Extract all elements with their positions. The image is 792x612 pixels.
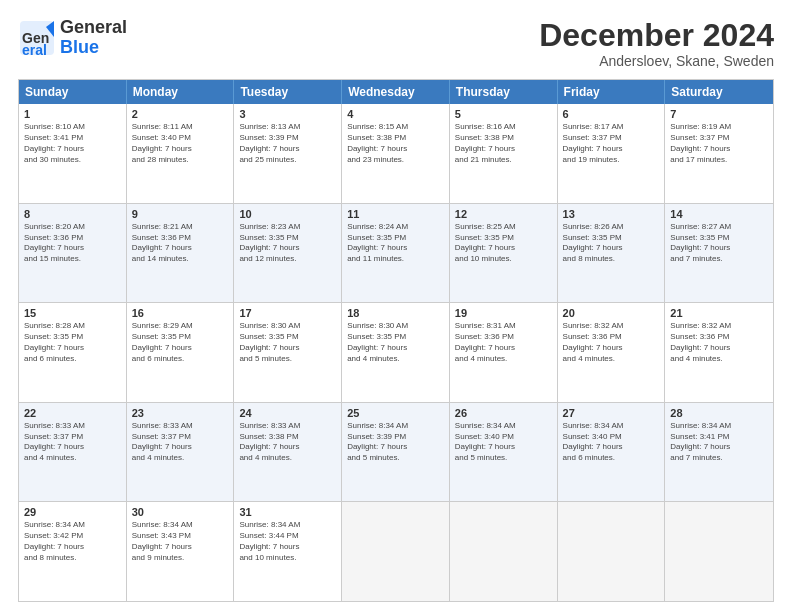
cell-text: Sunrise: 8:27 AM Sunset: 3:35 PM Dayligh… — [670, 222, 768, 265]
calendar-header: Sunday Monday Tuesday Wednesday Thursday… — [19, 80, 773, 104]
cell-text: Sunrise: 8:23 AM Sunset: 3:35 PM Dayligh… — [239, 222, 336, 265]
calendar-row-5: 29Sunrise: 8:34 AM Sunset: 3:42 PM Dayli… — [19, 502, 773, 601]
calendar-cell — [665, 502, 773, 601]
day-number: 15 — [24, 307, 121, 319]
day-number: 27 — [563, 407, 660, 419]
cell-text: Sunrise: 8:19 AM Sunset: 3:37 PM Dayligh… — [670, 122, 768, 165]
svg-text:eral: eral — [22, 42, 47, 57]
day-number: 29 — [24, 506, 121, 518]
day-number: 20 — [563, 307, 660, 319]
cell-text: Sunrise: 8:34 AM Sunset: 3:42 PM Dayligh… — [24, 520, 121, 563]
cell-text: Sunrise: 8:33 AM Sunset: 3:37 PM Dayligh… — [24, 421, 121, 464]
calendar-cell: 3Sunrise: 8:13 AM Sunset: 3:39 PM Daylig… — [234, 104, 342, 203]
logo-blue: Blue — [60, 38, 127, 58]
location: Andersloev, Skane, Sweden — [539, 53, 774, 69]
cell-text: Sunrise: 8:31 AM Sunset: 3:36 PM Dayligh… — [455, 321, 552, 364]
cell-text: Sunrise: 8:15 AM Sunset: 3:38 PM Dayligh… — [347, 122, 444, 165]
calendar-cell: 28Sunrise: 8:34 AM Sunset: 3:41 PM Dayli… — [665, 403, 773, 502]
cell-text: Sunrise: 8:16 AM Sunset: 3:38 PM Dayligh… — [455, 122, 552, 165]
cell-text: Sunrise: 8:32 AM Sunset: 3:36 PM Dayligh… — [563, 321, 660, 364]
day-number: 31 — [239, 506, 336, 518]
day-number: 7 — [670, 108, 768, 120]
day-number: 11 — [347, 208, 444, 220]
calendar-cell: 19Sunrise: 8:31 AM Sunset: 3:36 PM Dayli… — [450, 303, 558, 402]
cell-text: Sunrise: 8:34 AM Sunset: 3:44 PM Dayligh… — [239, 520, 336, 563]
cell-text: Sunrise: 8:11 AM Sunset: 3:40 PM Dayligh… — [132, 122, 229, 165]
day-number: 2 — [132, 108, 229, 120]
day-number: 24 — [239, 407, 336, 419]
calendar-cell: 24Sunrise: 8:33 AM Sunset: 3:38 PM Dayli… — [234, 403, 342, 502]
day-number: 28 — [670, 407, 768, 419]
cell-text: Sunrise: 8:30 AM Sunset: 3:35 PM Dayligh… — [239, 321, 336, 364]
header-monday: Monday — [127, 80, 235, 104]
day-number: 4 — [347, 108, 444, 120]
calendar-cell — [450, 502, 558, 601]
day-number: 10 — [239, 208, 336, 220]
calendar-cell: 12Sunrise: 8:25 AM Sunset: 3:35 PM Dayli… — [450, 204, 558, 303]
calendar-cell: 23Sunrise: 8:33 AM Sunset: 3:37 PM Dayli… — [127, 403, 235, 502]
cell-text: Sunrise: 8:13 AM Sunset: 3:39 PM Dayligh… — [239, 122, 336, 165]
cell-text: Sunrise: 8:21 AM Sunset: 3:36 PM Dayligh… — [132, 222, 229, 265]
month-title: December 2024 — [539, 18, 774, 53]
cell-text: Sunrise: 8:20 AM Sunset: 3:36 PM Dayligh… — [24, 222, 121, 265]
calendar-row-3: 15Sunrise: 8:28 AM Sunset: 3:35 PM Dayli… — [19, 303, 773, 403]
calendar-cell — [558, 502, 666, 601]
day-number: 6 — [563, 108, 660, 120]
calendar-cell: 10Sunrise: 8:23 AM Sunset: 3:35 PM Dayli… — [234, 204, 342, 303]
calendar: Sunday Monday Tuesday Wednesday Thursday… — [18, 79, 774, 602]
header-wednesday: Wednesday — [342, 80, 450, 104]
logo: Gen eral General Blue — [18, 18, 127, 58]
calendar-cell: 22Sunrise: 8:33 AM Sunset: 3:37 PM Dayli… — [19, 403, 127, 502]
cell-text: Sunrise: 8:10 AM Sunset: 3:41 PM Dayligh… — [24, 122, 121, 165]
page: Gen eral General Blue December 2024 Ande… — [0, 0, 792, 612]
calendar-cell: 30Sunrise: 8:34 AM Sunset: 3:43 PM Dayli… — [127, 502, 235, 601]
calendar-cell: 9Sunrise: 8:21 AM Sunset: 3:36 PM Daylig… — [127, 204, 235, 303]
calendar-row-1: 1Sunrise: 8:10 AM Sunset: 3:41 PM Daylig… — [19, 104, 773, 204]
day-number: 12 — [455, 208, 552, 220]
header: Gen eral General Blue December 2024 Ande… — [18, 18, 774, 69]
calendar-body: 1Sunrise: 8:10 AM Sunset: 3:41 PM Daylig… — [19, 104, 773, 601]
cell-text: Sunrise: 8:34 AM Sunset: 3:40 PM Dayligh… — [455, 421, 552, 464]
calendar-cell: 31Sunrise: 8:34 AM Sunset: 3:44 PM Dayli… — [234, 502, 342, 601]
calendar-cell: 14Sunrise: 8:27 AM Sunset: 3:35 PM Dayli… — [665, 204, 773, 303]
cell-text: Sunrise: 8:17 AM Sunset: 3:37 PM Dayligh… — [563, 122, 660, 165]
calendar-cell: 6Sunrise: 8:17 AM Sunset: 3:37 PM Daylig… — [558, 104, 666, 203]
day-number: 13 — [563, 208, 660, 220]
day-number: 18 — [347, 307, 444, 319]
cell-text: Sunrise: 8:33 AM Sunset: 3:37 PM Dayligh… — [132, 421, 229, 464]
calendar-cell: 15Sunrise: 8:28 AM Sunset: 3:35 PM Dayli… — [19, 303, 127, 402]
calendar-cell: 5Sunrise: 8:16 AM Sunset: 3:38 PM Daylig… — [450, 104, 558, 203]
header-thursday: Thursday — [450, 80, 558, 104]
day-number: 14 — [670, 208, 768, 220]
day-number: 17 — [239, 307, 336, 319]
day-number: 9 — [132, 208, 229, 220]
day-number: 19 — [455, 307, 552, 319]
day-number: 3 — [239, 108, 336, 120]
calendar-cell: 13Sunrise: 8:26 AM Sunset: 3:35 PM Dayli… — [558, 204, 666, 303]
day-number: 22 — [24, 407, 121, 419]
calendar-row-4: 22Sunrise: 8:33 AM Sunset: 3:37 PM Dayli… — [19, 403, 773, 503]
cell-text: Sunrise: 8:34 AM Sunset: 3:43 PM Dayligh… — [132, 520, 229, 563]
logo-general: General — [60, 18, 127, 38]
day-number: 16 — [132, 307, 229, 319]
calendar-cell: 17Sunrise: 8:30 AM Sunset: 3:35 PM Dayli… — [234, 303, 342, 402]
calendar-row-2: 8Sunrise: 8:20 AM Sunset: 3:36 PM Daylig… — [19, 204, 773, 304]
day-number: 30 — [132, 506, 229, 518]
cell-text: Sunrise: 8:25 AM Sunset: 3:35 PM Dayligh… — [455, 222, 552, 265]
cell-text: Sunrise: 8:28 AM Sunset: 3:35 PM Dayligh… — [24, 321, 121, 364]
header-sunday: Sunday — [19, 80, 127, 104]
calendar-cell: 27Sunrise: 8:34 AM Sunset: 3:40 PM Dayli… — [558, 403, 666, 502]
calendar-cell: 26Sunrise: 8:34 AM Sunset: 3:40 PM Dayli… — [450, 403, 558, 502]
calendar-cell — [342, 502, 450, 601]
cell-text: Sunrise: 8:30 AM Sunset: 3:35 PM Dayligh… — [347, 321, 444, 364]
day-number: 8 — [24, 208, 121, 220]
cell-text: Sunrise: 8:29 AM Sunset: 3:35 PM Dayligh… — [132, 321, 229, 364]
day-number: 5 — [455, 108, 552, 120]
calendar-cell: 11Sunrise: 8:24 AM Sunset: 3:35 PM Dayli… — [342, 204, 450, 303]
cell-text: Sunrise: 8:34 AM Sunset: 3:39 PM Dayligh… — [347, 421, 444, 464]
calendar-cell: 1Sunrise: 8:10 AM Sunset: 3:41 PM Daylig… — [19, 104, 127, 203]
calendar-cell: 25Sunrise: 8:34 AM Sunset: 3:39 PM Dayli… — [342, 403, 450, 502]
day-number: 26 — [455, 407, 552, 419]
calendar-cell: 2Sunrise: 8:11 AM Sunset: 3:40 PM Daylig… — [127, 104, 235, 203]
cell-text: Sunrise: 8:33 AM Sunset: 3:38 PM Dayligh… — [239, 421, 336, 464]
